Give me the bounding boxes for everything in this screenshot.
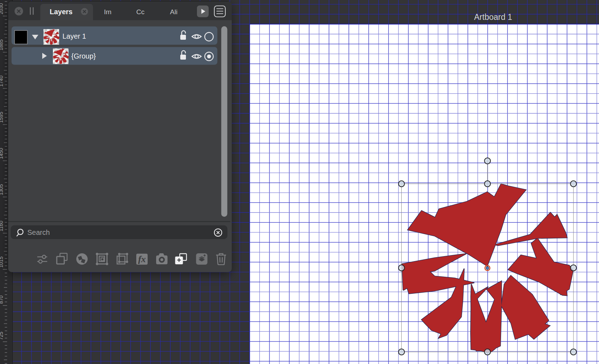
svg-text:fx: fx [138, 254, 146, 264]
svg-text:1595: 1595 [0, 112, 4, 123]
svg-text:1450: 1450 [0, 148, 4, 159]
svg-text:Layer 1: Layer 1 [62, 32, 86, 40]
svg-text:870: 870 [0, 296, 4, 304]
svg-text:1885: 1885 [0, 39, 4, 50]
svg-text:Ali: Ali [170, 8, 177, 16]
svg-text:1740: 1740 [0, 76, 4, 87]
svg-text:Layers: Layers [50, 8, 73, 16]
svg-text:1015: 1015 [0, 257, 4, 268]
svg-text:Artboard 1: Artboard 1 [474, 12, 512, 22]
svg-text:725: 725 [0, 332, 4, 340]
svg-text:Cc: Cc [136, 8, 144, 16]
svg-text:Im: Im [104, 8, 111, 16]
svg-text:1160: 1160 [0, 221, 4, 231]
svg-text:{Group}: {Group} [71, 52, 96, 60]
svg-text:2030: 2030 [0, 3, 4, 14]
svg-text:1305: 1305 [0, 184, 4, 195]
svg-text:Search: Search [27, 228, 50, 236]
